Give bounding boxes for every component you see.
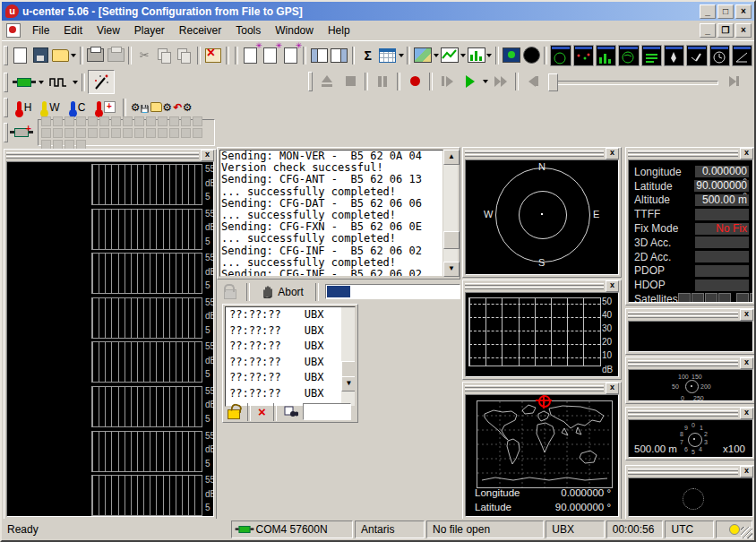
menu-window[interactable]: Window [268, 22, 321, 39]
close-icon[interactable]: x [740, 309, 753, 321]
hot-start-button[interactable]: H [11, 97, 38, 117]
scroll-up-icon[interactable]: ▲ [443, 150, 460, 165]
altimeter-view-button[interactable] [732, 45, 752, 66]
autobaud-button[interactable] [88, 70, 115, 94]
panel-titlebar[interactable]: x [4, 150, 216, 160]
clock-view-button[interactable] [709, 45, 730, 66]
toolbar-grip[interactable] [4, 123, 8, 142]
world-view-button[interactable] [618, 45, 639, 66]
packet-row[interactable]: ??:??:??UBX [226, 339, 355, 355]
panel-titlebar[interactable]: x [626, 408, 755, 418]
position-slider[interactable] [548, 73, 718, 90]
baudrate-dropdown[interactable] [72, 72, 79, 92]
panel-titlebar[interactable]: x [463, 280, 621, 291]
menu-help[interactable]: Help [321, 22, 357, 39]
camera-view-dropdown[interactable] [433, 45, 439, 65]
port-select-button[interactable] [11, 72, 38, 92]
panel-titlebar[interactable]: x [626, 148, 755, 159]
menu-edit[interactable]: Edit [56, 22, 90, 39]
chart-view-button[interactable] [440, 45, 460, 65]
stop-button[interactable] [339, 72, 362, 91]
scrollbar-thumb[interactable] [341, 361, 356, 377]
panel-titlebar[interactable]: x [463, 148, 621, 159]
eject-button[interactable] [315, 72, 339, 91]
console-scrollbar[interactable]: ▼ [341, 307, 355, 406]
play-speed-dropdown[interactable] [482, 71, 489, 91]
abort-button[interactable]: Abort [256, 283, 309, 300]
open-file-button[interactable] [50, 45, 70, 65]
panel-titlebar[interactable]: x [626, 309, 755, 320]
packet-row[interactable]: ??:??:??UBX [226, 323, 355, 340]
packet-row[interactable]: ??:??:??UBX [226, 370, 355, 386]
chart-view-dropdown[interactable] [460, 45, 466, 65]
packet-row[interactable]: ??:??:??UBX [226, 386, 355, 402]
minimize-button[interactable]: _ [700, 4, 716, 19]
open-file-dropdown[interactable] [70, 45, 76, 65]
close-icon[interactable]: x [201, 150, 214, 161]
new-text-console-button[interactable]: ✳ [280, 45, 300, 65]
meter-view-button[interactable] [686, 45, 707, 66]
close-icon[interactable]: x [740, 357, 753, 369]
message-view-button[interactable] [641, 45, 662, 66]
save-config-button[interactable]: ⚙💾 [129, 97, 150, 117]
resize-grip[interactable] [741, 527, 752, 538]
revert-config-button[interactable]: ↶⚙ [172, 97, 193, 117]
menu-player[interactable]: Player [127, 22, 172, 39]
packet-row[interactable]: ??:??:??UBX [226, 355, 355, 371]
step-button[interactable] [435, 72, 459, 91]
panel-titlebar[interactable]: x [626, 466, 755, 477]
new-binary-console-button[interactable]: ✳ [261, 45, 280, 65]
find-binoculars-icon[interactable] [284, 406, 298, 417]
copy-button[interactable] [154, 45, 174, 65]
record-button[interactable] [403, 72, 426, 91]
port-select-dropdown[interactable] [38, 72, 45, 92]
toolbar-grip[interactable] [4, 46, 8, 65]
maximize-button[interactable]: □ [717, 4, 734, 19]
histogram-view-button[interactable] [467, 45, 486, 65]
histogram-view-dropdown[interactable] [486, 45, 493, 65]
deviation-view-button[interactable] [550, 45, 571, 66]
titlebar[interactable]: u u-center 5.06 - [Setting Configuration… [2, 2, 754, 21]
sky-view-button[interactable] [521, 45, 541, 65]
connection-alert-button[interactable]: + [11, 123, 32, 143]
scroll-down-icon[interactable]: ▼ [443, 262, 460, 277]
paste-button[interactable] [175, 45, 194, 65]
print-button[interactable] [86, 45, 106, 65]
menu-view[interactable]: View [90, 22, 127, 39]
warm-start-button[interactable]: W [38, 97, 64, 117]
dock-right-button[interactable] [329, 45, 348, 65]
table-view-button[interactable] [378, 45, 398, 65]
toolbar-grip[interactable] [308, 72, 313, 91]
baudrate-button[interactable] [45, 72, 72, 92]
close-icon[interactable]: x [740, 148, 753, 159]
save-file-button[interactable] [30, 45, 50, 65]
mdi-close-button[interactable]: × [735, 23, 752, 38]
unlock-icon[interactable] [228, 409, 240, 419]
cut-button[interactable]: ✂ [134, 45, 154, 65]
mdi-document-icon[interactable] [6, 23, 21, 38]
close-icon[interactable]: x [606, 280, 619, 292]
menu-file[interactable]: File [25, 22, 56, 39]
menu-tools[interactable]: Tools [228, 22, 268, 39]
new-file-button[interactable] [11, 45, 30, 65]
camera-view-button[interactable] [413, 45, 433, 65]
load-config-button[interactable]: ⚙ [150, 97, 172, 117]
compass-view-button[interactable] [664, 45, 684, 66]
skip-end-button[interactable] [722, 72, 745, 91]
console-filter-input[interactable] [303, 403, 351, 420]
signal-level-view-button[interactable] [596, 45, 616, 66]
fast-forward-button[interactable] [489, 72, 512, 91]
map-view-button[interactable] [502, 45, 521, 65]
close-icon[interactable]: x [740, 408, 753, 419]
pause-button[interactable] [371, 72, 394, 91]
print-preview-button[interactable] [106, 45, 125, 65]
skip-start-button[interactable] [521, 72, 545, 91]
close-button[interactable]: × [735, 4, 752, 19]
close-icon[interactable]: x [606, 148, 619, 159]
cold-start-button[interactable]: C [64, 97, 91, 117]
close-icon[interactable]: x [606, 383, 619, 394]
transfer-log-text[interactable]: Sending: MON-VER - B5 62 0A 04 Version c… [219, 150, 443, 277]
lock-button[interactable] [220, 281, 240, 302]
slider-thumb[interactable] [548, 73, 558, 91]
mdi-restore-button[interactable]: ❐ [717, 23, 734, 38]
